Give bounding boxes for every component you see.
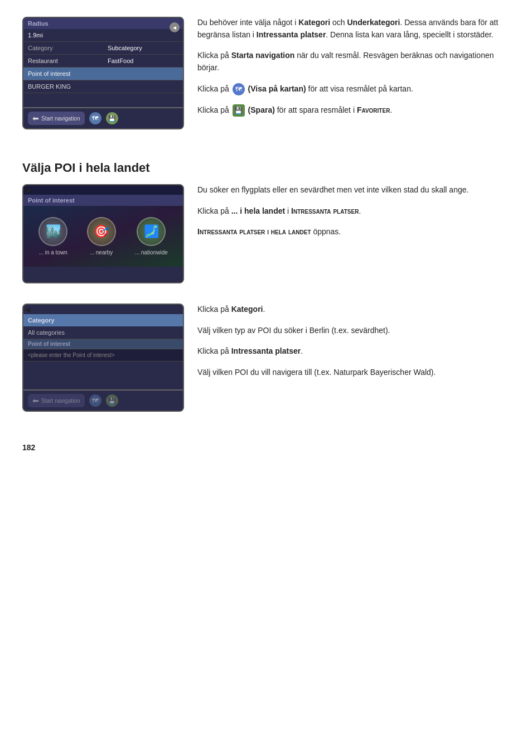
top-device-screen: ◄ Radius 1.9mi Category Subcategory Rest… [22, 17, 184, 129]
category-header-row: Category Subcategory [23, 42, 183, 55]
nationwide-label: ... nationwide [135, 249, 168, 256]
screen-inner-top: Radius 1.9mi Category Subcategory Restau… [23, 18, 183, 107]
cat-save-button[interactable]: 💾 [106, 394, 118, 407]
poi-nationwide-item[interactable]: 🗾 ... nationwide [135, 217, 168, 256]
start-nav-button[interactable]: ⬅ Start navigation [28, 112, 85, 125]
nationwide-icon: 🗾 [137, 217, 166, 246]
cat-back-arrow-btn[interactable]: ◄ [23, 305, 183, 314]
poi-icons-area: 🏙️ ... in a town 🎯 ... nearby 🗾 ... nati… [23, 206, 183, 267]
middle-text-col: Du söker en flygplats eller en sevärdhet… [197, 184, 510, 283]
bot-para-1: Klicka på Kategori. [197, 304, 510, 316]
top-screenshot-col: ◄ Radius 1.9mi Category Subcategory Rest… [22, 17, 184, 129]
bot-para-2: Välj vilken typ av POI du söker i Berlin… [197, 325, 510, 337]
bottom-section: ◄ Category All categories Point of inter… [22, 304, 510, 412]
bottom-text-col: Klicka på Kategori. Välj vilken typ av P… [197, 304, 510, 412]
top-para-1: Du behöver inte välja något i Kategori o… [197, 17, 510, 41]
save-button[interactable]: 💾 [106, 112, 118, 124]
top-para-3: Klicka på 🗺 (Visa på kartan) för att vis… [197, 83, 510, 95]
nearby-icon: 🎯 [87, 217, 116, 246]
poi-section-label: Point of interest [23, 68, 183, 80]
mid-para-3: Intressanta platser i hela landet öppnas… [197, 226, 510, 238]
top-text-col: Du behöver inte välja något i Kategori o… [197, 17, 510, 129]
cat-device-screen: ◄ Category All categories Point of inter… [22, 304, 184, 412]
poi-screenshot-col: ◄ Point of interest 🏙️ ... in a town 🎯 .… [22, 184, 184, 283]
poi-town-item[interactable]: 🏙️ ... in a town [38, 217, 67, 256]
cat-screenshot-col: ◄ Category All categories Point of inter… [22, 304, 184, 412]
cat-poi-input-row[interactable]: <please enter the Point of interest> [23, 349, 183, 362]
top-para-4: Klicka på 💾 (Spara) för att spara resmål… [197, 104, 510, 117]
radius-value-row: 1.9mi [23, 29, 183, 42]
bot-para-4: Välj vilken POI du vill navigera till (t… [197, 367, 510, 379]
middle-section: ◄ Point of interest 🏙️ ... in a town 🎯 .… [22, 184, 510, 283]
cat-all-categories-row[interactable]: All categories [23, 326, 183, 339]
nearby-label: ... nearby [90, 249, 113, 256]
poi-nearby-item[interactable]: 🎯 ... nearby [87, 217, 116, 256]
bottom-bar-top: ⬅ Start navigation 🗺 💾 [23, 107, 183, 128]
town-icon: 🏙️ [38, 217, 67, 246]
top-para-2: Klicka på Starta navigation när du valt … [197, 50, 510, 74]
cat-nav-arrow-icon: ⬅ [32, 396, 39, 405]
mid-para-2: Klicka på ... i hela landet i Intressant… [197, 205, 510, 218]
page-number: 182 [22, 443, 510, 452]
poi-value-row: BURGER KING [23, 80, 183, 93]
poi-back-arrow-btn[interactable]: ◄ [23, 185, 183, 195]
cat-screen-header: Category [23, 314, 183, 326]
top-section: ◄ Radius 1.9mi Category Subcategory Rest… [22, 17, 510, 129]
poi-device-screen: ◄ Point of interest 🏙️ ... in a town 🎯 .… [22, 184, 184, 283]
cat-view-map-button[interactable]: 🗺 [89, 394, 101, 407]
poi-screen-header: Point of interest [23, 195, 183, 206]
cat-start-nav-button[interactable]: ⬅ Start navigation [28, 394, 85, 407]
view-on-map-button[interactable]: 🗺 [89, 112, 101, 124]
town-label: ... in a town [39, 249, 67, 256]
category-value-row: Restaurant FastFood [23, 55, 183, 68]
bottom-bar-cat: ⬅ Start navigation 🗺 💾 [23, 389, 183, 411]
section-heading-poi: Välja POI i hela landet [22, 161, 510, 175]
back-arrow-btn[interactable]: ◄ [170, 22, 180, 32]
bot-para-3: Klicka på Intressanta platser. [197, 345, 510, 358]
save-icon-inline: 💾 [233, 104, 245, 117]
radius-header: Radius [23, 18, 183, 29]
page: ◄ Radius 1.9mi Category Subcategory Rest… [22, 17, 510, 452]
mid-para-1: Du söker en flygplats eller en sevärdhet… [197, 184, 510, 196]
map-icon-inline: 🗺 [233, 83, 245, 95]
nav-arrow-icon: ⬅ [32, 114, 39, 123]
cat-poi-section-header: Point of interest [23, 339, 183, 349]
